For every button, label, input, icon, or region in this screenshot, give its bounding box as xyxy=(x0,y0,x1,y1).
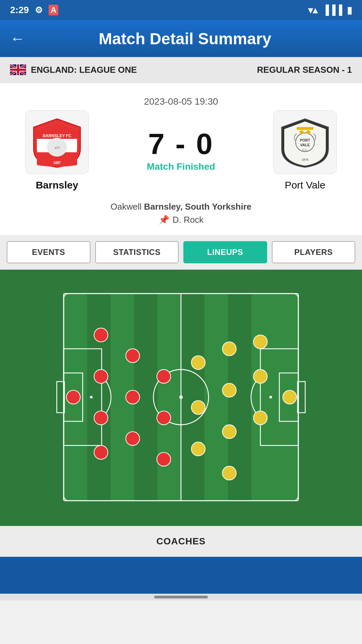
bottom-bar xyxy=(0,594,362,600)
svg-point-44 xyxy=(283,390,297,404)
barnsley-badge-icon: BARNSLEY FC 1887 ⚔🛡 xyxy=(30,115,84,169)
bottom-nav xyxy=(0,557,362,594)
home-team-badge: BARNSLEY FC 1887 ⚔🛡 xyxy=(25,110,89,174)
svg-point-12 xyxy=(306,130,310,134)
svg-point-52 xyxy=(191,356,205,369)
back-button[interactable]: ← xyxy=(10,31,25,46)
svg-text:F.C.: F.C. xyxy=(302,148,308,152)
coaches-label: COACHES xyxy=(156,536,205,546)
tab-players[interactable]: PLAYERS xyxy=(272,241,356,263)
coaches-section: COACHES xyxy=(0,526,362,557)
svg-point-51 xyxy=(223,466,236,480)
signal-icon: ▐▐▐ xyxy=(322,5,342,15)
svg-point-35 xyxy=(94,370,108,383)
match-status: Match Finished xyxy=(147,161,215,172)
pitch-container xyxy=(0,270,362,526)
score-separator: - xyxy=(175,127,186,160)
svg-point-37 xyxy=(94,445,108,459)
status-right: ▾▴ ▐▐▐ ▮ xyxy=(308,5,352,16)
home-score: 7 xyxy=(148,127,166,160)
match-score: 7 - 0 xyxy=(148,129,214,159)
svg-point-40 xyxy=(126,432,139,445)
svg-point-32 xyxy=(269,396,272,398)
svg-point-39 xyxy=(126,390,139,404)
svg-point-42 xyxy=(157,411,171,425)
svg-point-49 xyxy=(223,383,236,397)
season-label: REGULAR SEASON - 1 xyxy=(257,65,352,75)
status-bar: 2:29 ⚙ A ▾▴ ▐▐▐ ▮ xyxy=(0,0,362,20)
referee-block: 📌 D. Rock xyxy=(159,215,203,225)
football-pitch xyxy=(10,280,352,515)
venue-city: Barnsley, South Yorkshire xyxy=(144,202,251,212)
league-name: ENGLAND: LEAGUE ONE xyxy=(10,64,137,75)
wifi-icon: ▾▴ xyxy=(308,5,317,16)
svg-text:1876: 1876 xyxy=(302,158,308,161)
england-flag-icon xyxy=(10,64,26,75)
battery-icon: ▮ xyxy=(347,5,352,16)
away-team-block: PORT VALE F.C. 1876 Port Vale xyxy=(258,110,352,191)
svg-text:BARNSLEY FC: BARNSLEY FC xyxy=(43,133,71,138)
tabs-bar: EVENTS STATISTICS LINEUPS PLAYERS xyxy=(0,235,362,270)
svg-point-33 xyxy=(66,390,80,404)
svg-rect-17 xyxy=(158,293,181,501)
home-indicator xyxy=(154,596,208,598)
venue-block: Oakwell Barnsley, South Yorkshire xyxy=(111,202,252,212)
tab-events[interactable]: EVENTS xyxy=(7,241,90,263)
svg-point-36 xyxy=(94,411,108,425)
referee-name: D. Rock xyxy=(173,215,203,225)
app-icon: A xyxy=(49,5,58,15)
time-display: 2:29 xyxy=(10,5,29,15)
svg-point-28 xyxy=(90,396,93,398)
svg-point-24 xyxy=(179,395,183,399)
away-team-name: Port Vale xyxy=(285,179,325,191)
svg-point-41 xyxy=(157,370,171,383)
referee-icon: 📌 xyxy=(159,215,169,225)
svg-point-53 xyxy=(191,400,205,414)
svg-text:VALE: VALE xyxy=(300,143,310,147)
svg-point-34 xyxy=(94,328,108,342)
match-score-row: BARNSLEY FC 1887 ⚔🛡 Barnsley 7 - 0 Match… xyxy=(10,110,352,191)
svg-point-54 xyxy=(191,442,205,456)
portvale-badge-icon: PORT VALE F.C. 1876 xyxy=(278,115,332,169)
away-team-badge: PORT VALE F.C. 1876 xyxy=(273,110,337,174)
tab-statistics[interactable]: STATISTICS xyxy=(95,241,179,263)
svg-text:PORT: PORT xyxy=(300,138,310,142)
svg-text:1887: 1887 xyxy=(53,161,61,165)
app-bar: ← Match Detail Summary xyxy=(0,20,362,57)
tab-lineups[interactable]: LINEUPS xyxy=(183,241,267,263)
svg-point-11 xyxy=(300,130,304,134)
svg-text:⚔🛡: ⚔🛡 xyxy=(54,146,60,150)
svg-point-38 xyxy=(126,349,139,363)
svg-rect-5 xyxy=(297,127,313,130)
page-title: Match Detail Summary xyxy=(38,30,332,48)
svg-point-47 xyxy=(253,411,267,425)
score-block: 7 - 0 Match Finished xyxy=(104,129,258,172)
svg-point-45 xyxy=(253,335,267,349)
away-score: 0 xyxy=(196,127,214,160)
match-section: 2023-08-05 19:30 BARNSLEY FC 1887 xyxy=(0,83,362,235)
svg-point-50 xyxy=(223,425,236,438)
settings-icon: ⚙ xyxy=(35,5,43,15)
match-date: 2023-08-05 19:30 xyxy=(144,96,218,107)
league-header: ENGLAND: LEAGUE ONE REGULAR SEASON - 1 xyxy=(0,57,362,83)
home-team-block: BARNSLEY FC 1887 ⚔🛡 Barnsley xyxy=(10,110,104,191)
svg-point-43 xyxy=(157,452,171,466)
svg-point-48 xyxy=(223,342,236,356)
venue-name: Oakwell xyxy=(111,202,141,212)
league-name-text: ENGLAND: LEAGUE ONE xyxy=(31,65,137,75)
svg-point-46 xyxy=(253,370,267,383)
status-left: 2:29 ⚙ A xyxy=(10,5,58,15)
home-team-name: Barnsley xyxy=(36,179,78,191)
